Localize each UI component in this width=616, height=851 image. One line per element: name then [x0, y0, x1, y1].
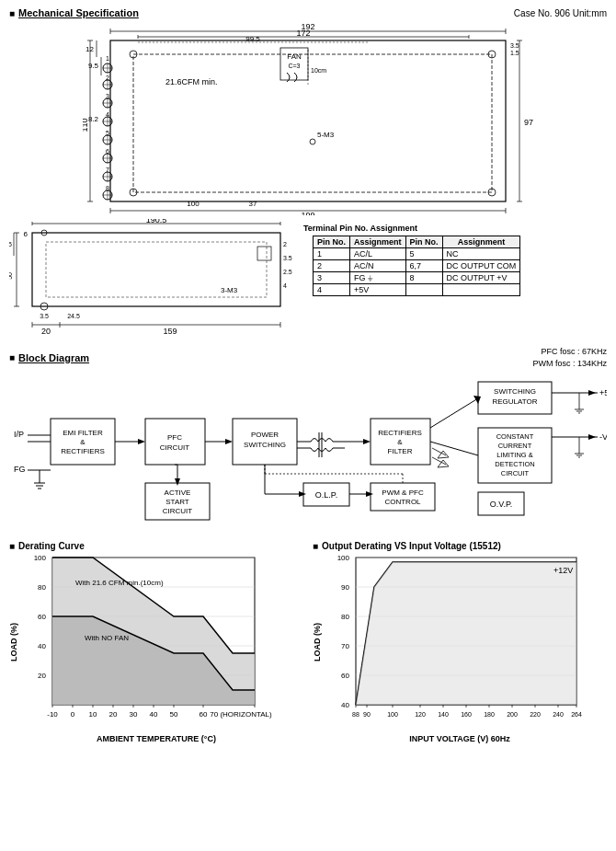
svg-text:With 21.6 CFM min.(10cm): With 21.6 CFM min.(10cm): [75, 579, 164, 587]
svg-text:8.2: 8.2: [88, 115, 99, 123]
svg-rect-161: [371, 483, 435, 511]
svg-text:START: START: [165, 498, 189, 506]
svg-text:-10: -10: [47, 710, 58, 719]
svg-text:CIRCUIT: CIRCUIT: [160, 443, 190, 452]
svg-text:PFC: PFC: [167, 433, 182, 442]
svg-text:99.5: 99.5: [245, 35, 260, 43]
svg-text:CIRCUIT: CIRCUIT: [163, 507, 193, 515]
svg-text:70: 70: [341, 642, 349, 650]
svg-marker-157: [588, 434, 596, 440]
mech-title: Mechanical Specification: [18, 7, 139, 18]
svg-text:ACTIVE: ACTIVE: [165, 489, 191, 497]
svg-text:CONTROL: CONTROL: [384, 498, 421, 506]
col-header: Assignment: [350, 236, 406, 248]
svg-text:40: 40: [341, 701, 349, 709]
svg-rect-121: [145, 419, 205, 465]
svg-text:60: 60: [341, 672, 349, 680]
svg-text:120: 120: [415, 711, 426, 718]
svg-text:CONSTANT: CONSTANT: [496, 432, 534, 441]
svg-text:60: 60: [38, 613, 46, 621]
svg-text:4: 4: [283, 282, 287, 289]
svg-text:88: 88: [352, 711, 359, 718]
svg-text:159: 159: [163, 327, 177, 336]
table-row: 4 +5V: [314, 284, 520, 296]
svg-marker-171: [175, 478, 180, 486]
svg-text:RECTIFIERS: RECTIFIERS: [61, 447, 105, 455]
svg-text:160: 160: [461, 711, 472, 718]
svg-text:LIMITING &: LIMITING &: [496, 451, 533, 459]
terminal-table-title: Terminal Pin No. Assignment: [303, 224, 520, 233]
svg-text:220: 220: [530, 711, 541, 718]
svg-text:100: 100: [187, 200, 200, 208]
svg-text:POWER: POWER: [251, 431, 279, 439]
svg-marker-174: [299, 491, 306, 497]
derating-y-label: LOAD (%): [9, 553, 18, 732]
svg-text:90: 90: [363, 711, 371, 718]
svg-text:EMI FILTER: EMI FILTER: [63, 429, 103, 437]
block-diagram-svg: I/P FG EMI FILTER & RECTIFIERS PFC CIRCU…: [9, 373, 607, 534]
col-header: Assignment: [442, 236, 520, 248]
table-row: 2 AC/N 6,7 DC OUTPUT COM: [314, 260, 520, 272]
svg-text:O.V.P.: O.V.P.: [490, 500, 513, 509]
output-derating-svg: 100 90 80 70 60 40 +12V: [324, 553, 599, 732]
svg-point-68: [310, 139, 315, 144]
svg-marker-136: [363, 439, 371, 444]
svg-text:2.5: 2.5: [283, 269, 292, 275]
svg-text:3.5: 3.5: [283, 255, 292, 261]
output-y-label: LOAD (%): [313, 553, 322, 732]
svg-text:100: 100: [337, 554, 350, 562]
svg-text:50: 50: [9, 272, 13, 280]
svg-text:200: 200: [507, 711, 518, 718]
svg-marker-176: [366, 491, 373, 497]
svg-text:172: 172: [296, 29, 310, 38]
svg-text:40: 40: [38, 642, 46, 650]
terminal-table: Pin No. Assignment Pin No. Assignment 1 …: [313, 236, 520, 296]
svg-text:DETECTION: DETECTION: [495, 460, 534, 468]
svg-text:1: 1: [106, 55, 109, 62]
svg-text:&: &: [397, 438, 403, 446]
svg-text:CIRCUIT: CIRCUIT: [501, 469, 530, 477]
block-title: Block Diagram: [18, 352, 89, 363]
svg-text:5-M3: 5-M3: [317, 131, 335, 139]
svg-text:FG: FG: [14, 465, 26, 474]
svg-text:PWM & PFC: PWM & PFC: [382, 489, 424, 497]
derating-title: Derating Curve: [9, 541, 303, 551]
terminal-table-container: Terminal Pin No. Assignment Pin No. Assi…: [303, 224, 520, 296]
derating-chart-svg: 100 80 60 40 20: [20, 553, 287, 732]
svg-marker-239: [356, 562, 576, 705]
svg-text:6: 6: [24, 230, 29, 238]
derating-chart-container: Derating Curve LOAD (%) 100 80 60 40: [9, 541, 303, 743]
svg-text:60: 60: [200, 710, 208, 719]
svg-text:3.5: 3.5: [510, 42, 519, 49]
svg-line-144: [430, 398, 478, 428]
table-row: 3 FG ⏚ 8 DC OUTPUT +V: [314, 272, 520, 284]
svg-text:50: 50: [170, 710, 178, 719]
svg-text:80: 80: [38, 583, 46, 592]
svg-rect-77: [32, 233, 280, 306]
svg-text:20: 20: [38, 672, 46, 680]
col-header: Pin No.: [405, 236, 442, 248]
svg-text:9.5: 9.5: [88, 62, 99, 70]
svg-text:I/P: I/P: [14, 430, 24, 439]
svg-marker-125: [225, 439, 233, 444]
svg-rect-70: [133, 54, 492, 192]
svg-text:+5V: +5V: [599, 388, 607, 397]
svg-text:20: 20: [41, 327, 51, 336]
svg-text:C=3: C=3: [288, 63, 300, 69]
col-header: Pin No.: [314, 236, 350, 248]
derating-x-label: AMBIENT TEMPERATURE (°C): [9, 734, 303, 743]
svg-text:&: &: [80, 438, 86, 446]
svg-text:10: 10: [89, 710, 97, 719]
svg-rect-104: [257, 247, 271, 260]
svg-line-155: [430, 442, 478, 455]
svg-text:CURRENT: CURRENT: [498, 442, 532, 450]
svg-text:21.6CFM min.: 21.6CFM min.: [165, 77, 218, 86]
block-diagram-section: ■ Block Diagram PFC fosc : 67KHz PWM fos…: [9, 346, 607, 535]
svg-text:10cm: 10cm: [311, 67, 326, 74]
output-derating-container: Output Derating VS Input Voltage (15512)…: [313, 541, 607, 743]
svg-text:SWITCHING: SWITCHING: [494, 387, 536, 396]
mech-top-drawing: 192 172 99.5 12 9.5 110 8.2: [83, 22, 533, 215]
svg-text:80: 80: [341, 613, 349, 621]
svg-text:3-M3: 3-M3: [221, 286, 238, 294]
svg-text:16.5: 16.5: [9, 241, 12, 247]
